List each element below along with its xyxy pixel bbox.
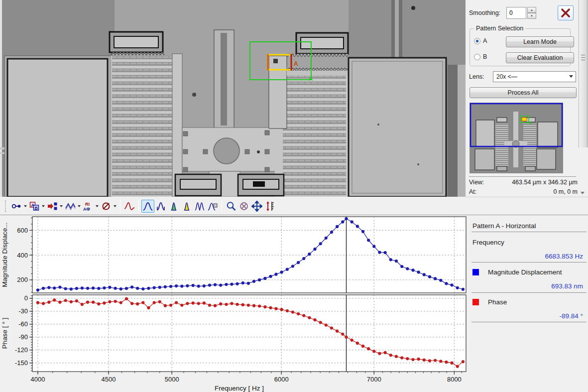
signal-wave-menu[interactable] — [77, 200, 82, 213]
vertical-scale-button[interactable] — [263, 200, 276, 213]
zoom-reset-button[interactable] — [237, 200, 250, 213]
data-point — [219, 302, 222, 305]
data-point — [252, 280, 255, 283]
data-point — [81, 286, 84, 289]
svg-text:7000: 7000 — [367, 376, 381, 383]
phase-label: Phase — [488, 298, 507, 306]
data-point — [462, 360, 465, 363]
toolbar-grip-icon[interactable] — [5, 200, 7, 212]
data-point — [175, 301, 178, 304]
data-assign-button[interactable] — [46, 200, 59, 213]
zoom-button[interactable] — [225, 200, 237, 213]
phase-value: -89.84 ° — [560, 312, 583, 320]
at-dropdown-icon[interactable] — [581, 192, 585, 194]
data-point — [384, 351, 387, 354]
data-point — [180, 284, 183, 287]
close-evaluation-button[interactable] — [558, 5, 574, 20]
band-double-icon — [194, 201, 205, 212]
data-point — [164, 285, 167, 288]
band-fit-button[interactable] — [141, 200, 154, 213]
data-point — [47, 301, 50, 304]
pan-icon — [251, 201, 262, 212]
navigator-thumbnail[interactable]: A — [470, 103, 563, 173]
band-green-button[interactable] — [167, 200, 180, 213]
fft-trace-button[interactable] — [123, 200, 136, 213]
chart-toolbar: A B RI AΦ — [0, 197, 588, 215]
data-point — [86, 301, 89, 304]
at-value: 0 m, 0 m — [553, 188, 578, 195]
complex-format-button[interactable]: RI AΦ — [82, 200, 95, 213]
magnitude-plot[interactable]: 200400600Magnitude Displace... — [1, 217, 466, 293]
toolbar-separator — [222, 200, 222, 212]
data-point — [141, 287, 144, 290]
x-axis: 400045005000600070008000Frequency [ Hz ] — [30, 372, 462, 392]
control-panel: Smoothing: ▲ ▼ Pattern Selection A B — [466, 0, 588, 197]
pan-button[interactable] — [250, 200, 263, 213]
data-point — [230, 282, 233, 285]
smoothing-input[interactable] — [506, 7, 526, 19]
vertical-scale-icon — [264, 201, 275, 212]
data-point — [351, 220, 353, 223]
data-point — [130, 285, 133, 288]
data-point — [280, 270, 283, 273]
data-point — [434, 359, 437, 362]
data-point — [197, 302, 200, 305]
data-point — [423, 273, 426, 276]
pattern-b-radio[interactable] — [474, 54, 480, 60]
lens-dropdown[interactable]: 20x <— — [493, 71, 576, 82]
phase-plot[interactable]: 0-30-60-90-120-150Phase [ ° ] — [1, 294, 466, 372]
data-point — [356, 342, 359, 345]
process-all-button[interactable]: Process All — [470, 87, 577, 98]
null-function-button[interactable] — [100, 200, 113, 213]
microscope-view[interactable]: A A — [0, 0, 466, 197]
data-point — [153, 301, 156, 304]
data-point — [53, 286, 56, 289]
viewport-edge — [0, 0, 2, 197]
data-point — [258, 278, 261, 281]
null-function-menu[interactable] — [113, 200, 118, 213]
data-point — [341, 220, 344, 223]
data-point — [325, 323, 328, 326]
magnitude-value: 693.83 nm — [551, 282, 583, 290]
ab-compare-menu[interactable] — [41, 200, 46, 213]
data-assign-menu[interactable] — [59, 200, 64, 213]
close-icon — [561, 8, 571, 17]
signal-wave-button[interactable] — [64, 200, 77, 213]
data-point — [186, 284, 189, 287]
band-marker-button[interactable] — [206, 200, 219, 213]
data-point — [192, 284, 195, 287]
svg-text:400: 400 — [17, 252, 28, 259]
data-point — [180, 304, 183, 307]
data-point — [297, 261, 300, 264]
data-point — [203, 301, 206, 304]
spin-up-icon[interactable]: ▲ — [527, 7, 536, 13]
learn-mode-button[interactable]: Learn Mode — [506, 36, 574, 47]
ab-compare-button[interactable]: A B — [28, 200, 41, 213]
data-point — [247, 304, 250, 307]
data-point — [108, 300, 111, 303]
band-double-button[interactable] — [193, 200, 206, 213]
data-point — [367, 347, 370, 350]
smoothing-spinner[interactable]: ▲ ▼ — [527, 7, 536, 19]
data-point — [445, 361, 448, 364]
application-window: A A Smoothing: ▲ ▼ — [0, 0, 588, 392]
link-trace-button[interactable] — [10, 200, 23, 213]
fft-trace-icon — [124, 201, 135, 212]
pattern-a-radio[interactable] — [474, 38, 480, 44]
data-point — [406, 267, 409, 270]
clear-evaluation-button[interactable]: Clear Evaluation — [506, 52, 574, 63]
microscope-image[interactable]: A A — [0, 0, 466, 197]
frequency-response-chart[interactable]: 200400600Magnitude Displace...0-30-60-90… — [0, 215, 469, 392]
data-point — [58, 285, 61, 288]
panel-splitter[interactable] — [579, 0, 588, 147]
svg-text:200: 200 — [17, 276, 28, 283]
data-point — [389, 258, 392, 261]
band-yellow-button[interactable] — [180, 200, 193, 213]
spin-down-icon[interactable]: ▼ — [527, 13, 536, 19]
svg-text:4500: 4500 — [102, 376, 116, 383]
data-point — [389, 354, 392, 357]
complex-format-menu[interactable] — [95, 200, 100, 213]
band-cursor-button[interactable] — [154, 200, 167, 213]
link-trace-menu[interactable] — [23, 200, 28, 213]
zoom-icon — [226, 201, 236, 212]
